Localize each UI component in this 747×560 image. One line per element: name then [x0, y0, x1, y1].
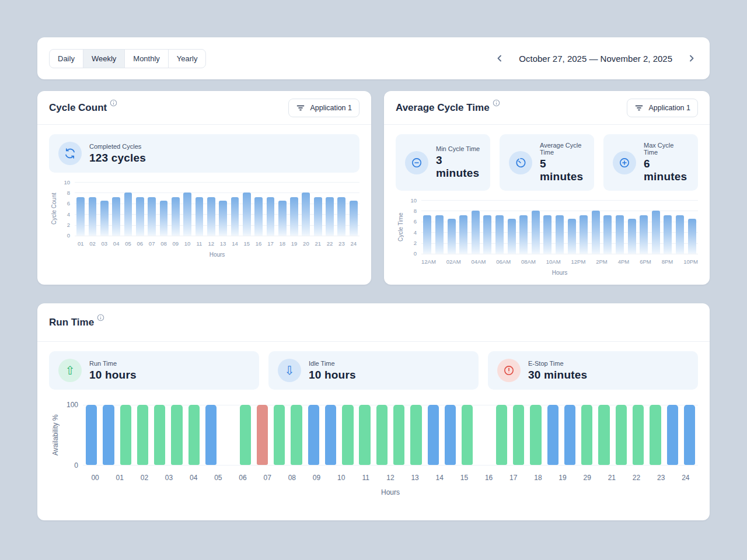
- arrow-up-icon: ⇧: [58, 359, 82, 382]
- availability-bar-idle: [684, 405, 695, 465]
- availability-bar-run: [530, 405, 541, 465]
- x-tick-label: 09: [170, 240, 181, 247]
- chart-bar: [148, 197, 156, 236]
- next-period-button[interactable]: [685, 52, 698, 65]
- stat-texts: E-Stop Time 30 minutes: [528, 360, 587, 382]
- chart-bar: [532, 211, 540, 254]
- x-tick-label: [651, 258, 662, 265]
- average-cycle-time-title: Average Cycle Time: [396, 102, 500, 114]
- x-tick-label: 04: [110, 240, 122, 247]
- x-tick-label: 05: [122, 240, 134, 247]
- availability-bar-idle: [325, 405, 336, 465]
- run-time-card: Run Time ⇧ Run Time 10 hours ⇩: [37, 303, 710, 520]
- filter-label: Application 1: [310, 104, 352, 112]
- x-tick-label: 13: [403, 474, 427, 482]
- x-tick-label: [436, 258, 446, 265]
- average-cycle-time-body: Min Cycle Time 3 minutes Average Cycle T…: [384, 125, 710, 276]
- stat-label: Completed Cycles: [89, 143, 146, 150]
- chart-bar: [568, 219, 576, 254]
- availability-bar-run: [359, 405, 370, 465]
- chart-bar: [112, 197, 120, 236]
- bar-slot: [322, 405, 339, 465]
- x-tick-label: [673, 258, 683, 265]
- bar-slot: [578, 405, 595, 465]
- application-filter-button[interactable]: Application 1: [288, 99, 359, 117]
- info-icon[interactable]: [97, 314, 104, 328]
- x-tick-label: [511, 258, 521, 265]
- bar-slot: [229, 182, 240, 236]
- application-filter-button[interactable]: Application 1: [627, 99, 698, 117]
- x-tick-label: 23: [336, 240, 347, 247]
- tab-monthly[interactable]: Monthly: [124, 49, 169, 68]
- chart-bar: [302, 192, 310, 236]
- availability-bar-run: [393, 405, 404, 465]
- bar-slot: [425, 405, 442, 465]
- stat-value: 10 hours: [89, 369, 137, 382]
- plus-circle-icon: [613, 151, 636, 174]
- bar-slot: [407, 405, 424, 465]
- availability-bar-estop: [257, 405, 268, 465]
- bar-slot: [168, 405, 185, 465]
- top-cards-row: Cycle Count Application 1 Completed: [37, 91, 710, 285]
- info-icon[interactable]: [110, 99, 117, 114]
- tab-daily[interactable]: Daily: [49, 49, 83, 68]
- info-icon[interactable]: [493, 99, 500, 114]
- stat-value: 5 minutes: [540, 158, 585, 183]
- y-axis: 1000: [62, 405, 83, 466]
- bar-slot: [264, 182, 276, 236]
- y-axis-title: Availability %: [49, 405, 62, 466]
- cycle-count-body: Completed Cycles 123 cycles Cycle Count1…: [37, 125, 371, 258]
- x-tick-label: 03: [99, 240, 110, 247]
- bar-slot: [686, 200, 698, 254]
- bar-slot: [510, 405, 527, 465]
- bar-slot: [662, 200, 674, 254]
- chevron-right-icon: [687, 54, 696, 62]
- x-tick-label: 04: [181, 474, 206, 482]
- cycle-count-chart: Cycle Count10864200102030405060708091011…: [49, 182, 359, 258]
- x-tick-label: 4PM: [618, 258, 630, 265]
- bar-slot: [602, 200, 614, 254]
- chart-bar: [640, 215, 648, 254]
- bar-slot: [476, 405, 493, 465]
- bar-slot: [434, 200, 446, 254]
- bar-slot: [650, 200, 662, 254]
- x-tick-label: 13: [217, 240, 229, 247]
- x-tick-label: 07: [255, 474, 280, 482]
- bar-slot: [630, 405, 647, 465]
- stat-label: Idle Time: [309, 360, 356, 367]
- chart-bar: [172, 197, 180, 236]
- gridline: [83, 465, 698, 466]
- x-tick-label: 6PM: [640, 258, 651, 265]
- arrow-down-icon: ⇩: [278, 359, 301, 382]
- max-cycle-time-stat: Max Cycle Time 6 minutes: [603, 134, 698, 191]
- bar-slot: [542, 200, 554, 254]
- x-tick-label: 05: [206, 474, 231, 482]
- minus-circle-icon: [405, 151, 428, 174]
- bar-slot: [253, 182, 264, 236]
- bar-slot: [205, 182, 217, 236]
- x-tick-label: 06AM: [496, 258, 511, 265]
- chart-bar: [100, 201, 109, 236]
- chart-bar: [435, 215, 444, 254]
- stat-value: 10 hours: [309, 369, 356, 382]
- bar-slot: [374, 405, 390, 465]
- previous-period-button[interactable]: [493, 52, 506, 65]
- gridline: [421, 254, 698, 254]
- chart-bar: [472, 211, 480, 254]
- x-tick-label: 12: [205, 240, 217, 247]
- availability-bar-idle: [667, 405, 678, 465]
- bar-slot: [505, 200, 518, 254]
- stat-texts: Idle Time 10 hours: [309, 360, 356, 382]
- bar-slot: [445, 200, 458, 254]
- y-axis-title: Cycle Count: [49, 182, 58, 236]
- tab-yearly[interactable]: Yearly: [168, 49, 207, 68]
- chart-bar: [448, 219, 456, 254]
- chart-plot-area: 0102030405060708091011121314151617181920…: [75, 182, 359, 258]
- chart-bar: [219, 201, 227, 236]
- chart-bar: [196, 197, 204, 236]
- bar-slot: [590, 200, 602, 254]
- cycle-count-header: Cycle Count Application 1: [37, 91, 371, 125]
- tab-weekly[interactable]: Weekly: [83, 49, 125, 68]
- bar-slot: [529, 200, 542, 254]
- stat-value: 123 cycles: [89, 152, 146, 164]
